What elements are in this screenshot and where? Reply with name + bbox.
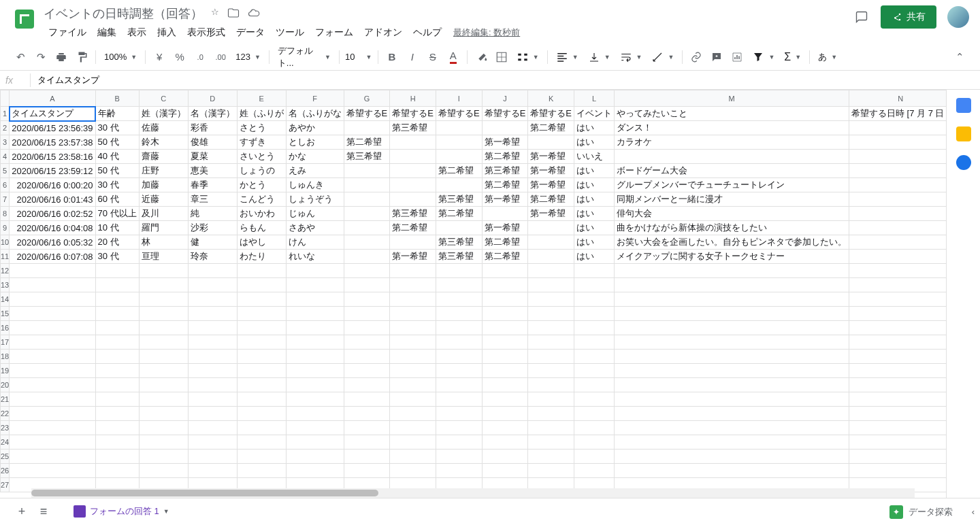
menu-edit[interactable]: 編集 bbox=[93, 24, 121, 41]
cell-N16[interactable] bbox=[849, 321, 946, 335]
filter-button[interactable]: ▼ bbox=[748, 48, 779, 66]
cell-A17[interactable] bbox=[10, 335, 95, 350]
cell-L19[interactable] bbox=[574, 364, 614, 378]
more-formats-select[interactable]: 123▼ bbox=[231, 48, 265, 66]
cell-C10[interactable]: 林 bbox=[139, 235, 188, 250]
cell-G23[interactable] bbox=[344, 421, 390, 435]
side-panel-toggle-icon[interactable]: ‹ bbox=[972, 507, 975, 517]
cell-I22[interactable] bbox=[436, 407, 482, 421]
cell-K14[interactable] bbox=[528, 292, 574, 307]
cell-B17[interactable] bbox=[95, 335, 139, 350]
cell-I18[interactable] bbox=[436, 350, 482, 364]
cell-F15[interactable] bbox=[286, 307, 344, 321]
cell-N17[interactable] bbox=[849, 335, 946, 350]
cell-G22[interactable] bbox=[344, 407, 390, 421]
cell-K21[interactable] bbox=[528, 392, 574, 407]
cell-K24[interactable] bbox=[528, 435, 574, 450]
cell-A13[interactable] bbox=[10, 278, 95, 292]
cell-F11[interactable]: れいな bbox=[286, 250, 344, 264]
cell-B11[interactable]: 30 代 bbox=[95, 250, 139, 264]
cell-E26[interactable] bbox=[237, 464, 286, 478]
cell-K6[interactable]: 第一希望 bbox=[528, 178, 574, 192]
cell-H14[interactable] bbox=[390, 292, 436, 307]
cell-B20[interactable] bbox=[95, 378, 139, 392]
cell-J13[interactable] bbox=[482, 278, 528, 292]
cell-D17[interactable] bbox=[188, 335, 237, 350]
cell-L25[interactable] bbox=[574, 450, 614, 464]
cell-G10[interactable] bbox=[344, 235, 390, 250]
cell-N13[interactable] bbox=[849, 278, 946, 292]
sheets-logo[interactable] bbox=[11, 5, 38, 33]
cell-B2[interactable]: 30 代 bbox=[95, 121, 139, 135]
cell-J26[interactable] bbox=[482, 464, 528, 478]
cell-B15[interactable] bbox=[95, 307, 139, 321]
row-header-16[interactable]: 16 bbox=[1, 321, 10, 335]
cell-H1[interactable]: 希望するE bbox=[390, 107, 436, 121]
cell-H15[interactable] bbox=[390, 307, 436, 321]
cell-C26[interactable] bbox=[139, 464, 188, 478]
cell-C19[interactable] bbox=[139, 364, 188, 378]
cell-E5[interactable]: しょうの bbox=[237, 164, 286, 178]
percent-button[interactable]: % bbox=[170, 48, 189, 67]
functions-button[interactable]: Σ▼ bbox=[780, 48, 805, 66]
cell-E9[interactable]: らもん bbox=[237, 221, 286, 235]
cell-J15[interactable] bbox=[482, 307, 528, 321]
cell-D7[interactable]: 章三 bbox=[188, 192, 237, 207]
cell-K2[interactable]: 第二希望 bbox=[528, 121, 574, 135]
cell-C4[interactable]: 齋藤 bbox=[139, 150, 188, 164]
cell-K22[interactable] bbox=[528, 407, 574, 421]
cell-B24[interactable] bbox=[95, 435, 139, 450]
cell-L23[interactable] bbox=[574, 421, 614, 435]
cell-C1[interactable]: 姓（漢字） bbox=[139, 107, 188, 121]
cell-A21[interactable] bbox=[10, 392, 95, 407]
cell-N21[interactable] bbox=[849, 392, 946, 407]
cell-L1[interactable]: イベント bbox=[574, 107, 614, 121]
cell-A3[interactable]: 2020/06/15 23:57:38 bbox=[10, 135, 95, 150]
menu-form[interactable]: フォーム bbox=[310, 24, 358, 41]
cell-A24[interactable] bbox=[10, 435, 95, 450]
add-sheet-button[interactable]: + bbox=[11, 501, 33, 523]
cell-L24[interactable] bbox=[574, 435, 614, 450]
cell-N4[interactable] bbox=[849, 150, 946, 164]
cell-K26[interactable] bbox=[528, 464, 574, 478]
collapse-toolbar-icon[interactable]: ⌃ bbox=[950, 48, 969, 67]
menu-tools[interactable]: ツール bbox=[271, 24, 309, 41]
cell-I12[interactable] bbox=[436, 264, 482, 278]
font-select[interactable]: デフォルト...▼ bbox=[274, 48, 335, 66]
ime-button[interactable]: あ▼ bbox=[814, 48, 841, 66]
cell-K11[interactable] bbox=[528, 250, 574, 264]
cell-C11[interactable]: 亘理 bbox=[139, 250, 188, 264]
cell-E2[interactable]: さとう bbox=[237, 121, 286, 135]
cell-J2[interactable] bbox=[482, 121, 528, 135]
cell-B21[interactable] bbox=[95, 392, 139, 407]
col-header-E[interactable]: E bbox=[237, 90, 286, 107]
cell-M19[interactable] bbox=[614, 364, 849, 378]
currency-button[interactable]: ¥ bbox=[150, 48, 169, 67]
cell-D22[interactable] bbox=[188, 407, 237, 421]
row-header-6[interactable]: 6 bbox=[1, 178, 10, 192]
cell-B16[interactable] bbox=[95, 321, 139, 335]
cell-N6[interactable] bbox=[849, 178, 946, 192]
cell-B12[interactable] bbox=[95, 264, 139, 278]
cell-B7[interactable]: 60 代 bbox=[95, 192, 139, 207]
cell-C7[interactable]: 近藤 bbox=[139, 192, 188, 207]
row-header-11[interactable]: 11 bbox=[1, 250, 10, 264]
cell-M4[interactable] bbox=[614, 150, 849, 164]
col-header-J[interactable]: J bbox=[482, 90, 528, 107]
row-header-5[interactable]: 5 bbox=[1, 164, 10, 178]
cell-I15[interactable] bbox=[436, 307, 482, 321]
col-header-M[interactable]: M bbox=[614, 90, 849, 107]
undo-button[interactable]: ↶ bbox=[11, 48, 30, 67]
cell-C5[interactable]: 庄野 bbox=[139, 164, 188, 178]
cell-F19[interactable] bbox=[286, 364, 344, 378]
strike-button[interactable]: S bbox=[423, 48, 442, 67]
cell-L17[interactable] bbox=[574, 335, 614, 350]
cell-H18[interactable] bbox=[390, 350, 436, 364]
cell-E18[interactable] bbox=[237, 350, 286, 364]
cell-J17[interactable] bbox=[482, 335, 528, 350]
cell-A10[interactable]: 2020/06/16 0:05:32 bbox=[10, 235, 95, 250]
fill-color-button[interactable] bbox=[472, 48, 491, 67]
col-header-C[interactable]: C bbox=[139, 90, 188, 107]
cell-N25[interactable] bbox=[849, 450, 946, 464]
cell-L4[interactable]: いいえ bbox=[574, 150, 614, 164]
